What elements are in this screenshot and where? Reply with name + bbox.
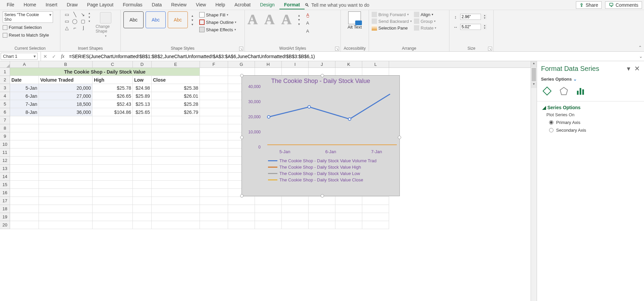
cell[interactable] bbox=[255, 221, 282, 229]
cell[interactable] bbox=[133, 189, 152, 197]
reset-match-style-button[interactable]: Reset to Match Style bbox=[3, 32, 49, 38]
cell[interactable] bbox=[152, 116, 200, 124]
cell[interactable] bbox=[10, 148, 39, 157]
menu-draw[interactable]: Draw bbox=[62, 1, 83, 9]
cell[interactable] bbox=[362, 197, 389, 205]
cell[interactable] bbox=[152, 148, 200, 157]
cell[interactable] bbox=[93, 189, 133, 197]
cell[interactable] bbox=[255, 197, 282, 205]
chart-lines[interactable] bbox=[262, 87, 397, 147]
height-input[interactable] bbox=[460, 14, 481, 20]
cell[interactable]: $25.89 bbox=[133, 92, 152, 100]
cell[interactable] bbox=[39, 197, 93, 205]
rrect-shape-icon[interactable]: ▢ bbox=[79, 18, 87, 24]
cell[interactable] bbox=[93, 181, 133, 189]
oval-shape-icon[interactable]: ◯ bbox=[71, 18, 78, 24]
scroll-down-icon[interactable]: ▾ bbox=[531, 82, 537, 88]
cell[interactable]: $25.78 bbox=[93, 84, 133, 92]
height-spinner[interactable]: ▴▾ bbox=[482, 14, 487, 19]
row-header[interactable]: 11 bbox=[0, 148, 10, 157]
cell[interactable] bbox=[133, 197, 152, 205]
cell[interactable] bbox=[335, 221, 362, 229]
col-header-A[interactable]: A bbox=[10, 61, 39, 68]
col-header-B[interactable]: B bbox=[39, 61, 93, 68]
width-spinner[interactable]: ▴▾ bbox=[482, 24, 487, 30]
cell[interactable] bbox=[228, 221, 255, 229]
cell[interactable] bbox=[335, 205, 362, 213]
cell[interactable] bbox=[39, 157, 93, 165]
triangle-shape-icon[interactable]: △ bbox=[63, 25, 70, 31]
align-button[interactable]: Align▾ bbox=[414, 11, 436, 17]
cell[interactable] bbox=[200, 116, 228, 124]
cell[interactable] bbox=[228, 205, 255, 213]
selection-pane-button[interactable]: Selection Pane bbox=[372, 25, 412, 31]
cell[interactable] bbox=[10, 116, 39, 124]
wordart-dialog-launcher[interactable]: ↘ bbox=[335, 47, 339, 51]
cell[interactable] bbox=[309, 205, 335, 213]
cell[interactable] bbox=[93, 148, 133, 157]
cell[interactable] bbox=[93, 157, 133, 165]
cell[interactable] bbox=[200, 221, 228, 229]
cell[interactable] bbox=[133, 132, 152, 140]
menu-page-layout[interactable]: Page Layout bbox=[83, 1, 118, 9]
cell[interactable] bbox=[39, 165, 93, 173]
chevron-down-icon[interactable]: ▾ bbox=[235, 20, 236, 24]
row-header[interactable]: 9 bbox=[0, 132, 10, 140]
cell[interactable] bbox=[39, 124, 93, 132]
rect-shape-icon[interactable]: ▭ bbox=[63, 18, 70, 24]
brace-shape-icon[interactable]: ⌋ bbox=[79, 25, 87, 31]
tell-me-search[interactable]: 🔍︎ Tell me what you want to do bbox=[305, 2, 369, 8]
comments-button[interactable]: 🗨 Comments bbox=[605, 1, 642, 9]
cell[interactable] bbox=[282, 213, 309, 221]
cell[interactable] bbox=[362, 68, 389, 76]
size-dialog-launcher[interactable]: ↘ bbox=[488, 47, 492, 51]
cell[interactable]: $25.28 bbox=[152, 100, 200, 108]
cell[interactable] bbox=[152, 221, 200, 229]
row-header[interactable]: 6 bbox=[0, 108, 10, 116]
cell[interactable] bbox=[93, 213, 133, 221]
cell[interactable]: 27,000 bbox=[39, 92, 93, 100]
cell[interactable]: Volume Traded bbox=[39, 76, 93, 84]
cell[interactable] bbox=[152, 157, 200, 165]
cell[interactable] bbox=[200, 108, 228, 116]
cell[interactable] bbox=[133, 221, 152, 229]
cell[interactable] bbox=[39, 148, 93, 157]
cell[interactable] bbox=[200, 84, 228, 92]
fill-line-category-icon[interactable] bbox=[541, 85, 553, 97]
menu-view[interactable]: View bbox=[191, 1, 211, 9]
secondary-axis-radio[interactable]: Secondary Axis bbox=[542, 126, 639, 134]
cell[interactable] bbox=[133, 173, 152, 181]
menu-home[interactable]: Home bbox=[19, 1, 41, 9]
cell[interactable] bbox=[200, 140, 228, 148]
shape-effects-button[interactable]: Shape Effects▾ bbox=[199, 26, 236, 33]
cell[interactable] bbox=[10, 197, 39, 205]
primary-axis-radio[interactable]: Primary Axis bbox=[542, 119, 639, 126]
cell[interactable] bbox=[10, 221, 39, 229]
cell[interactable] bbox=[133, 213, 152, 221]
chevron-down-icon[interactable]: ▾ bbox=[234, 28, 236, 31]
cell[interactable]: 20,000 bbox=[39, 84, 93, 92]
col-header-J[interactable]: J bbox=[309, 61, 335, 68]
cell[interactable] bbox=[200, 213, 228, 221]
menu-help[interactable]: Help bbox=[211, 1, 230, 9]
cell[interactable] bbox=[200, 92, 228, 100]
cell[interactable] bbox=[39, 132, 93, 140]
col-header-L[interactable]: L bbox=[362, 61, 389, 68]
cell[interactable] bbox=[309, 213, 335, 221]
cell[interactable] bbox=[200, 189, 228, 197]
cell[interactable] bbox=[255, 68, 282, 76]
col-header-F[interactable]: F bbox=[200, 61, 228, 68]
cell[interactable] bbox=[133, 124, 152, 132]
cell[interactable]: 5-Jan bbox=[10, 84, 39, 92]
cell[interactable] bbox=[200, 205, 228, 213]
cell[interactable] bbox=[335, 68, 362, 76]
cell[interactable] bbox=[200, 181, 228, 189]
cell[interactable] bbox=[152, 189, 200, 197]
col-header-H[interactable]: H bbox=[255, 61, 282, 68]
row-header[interactable]: 14 bbox=[0, 173, 10, 181]
cell[interactable]: Close bbox=[152, 76, 200, 84]
scroll-thumb[interactable] bbox=[532, 68, 536, 81]
wordart-more[interactable]: ▴▾▾ bbox=[298, 13, 300, 26]
col-header-D[interactable]: D bbox=[133, 61, 152, 68]
cell[interactable] bbox=[10, 157, 39, 165]
